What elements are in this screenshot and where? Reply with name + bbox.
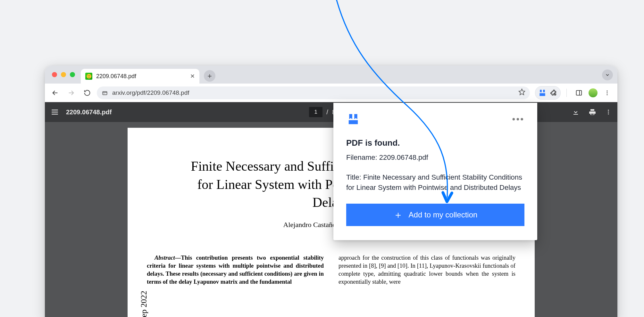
back-button[interactable] xyxy=(49,86,62,99)
outer-card: 🙂 2209.06748.pdf ✕ ＋ xyxy=(9,0,635,317)
arxiv-date-stamp: ep 2022 xyxy=(139,291,149,317)
pdf-page-sep: / xyxy=(326,109,328,116)
pdf-sidebar-toggle[interactable] xyxy=(51,108,59,116)
paper-col-left: Abstract—This contribution presents two … xyxy=(147,254,324,286)
reload-button[interactable] xyxy=(81,86,94,99)
tab-favicon: 🙂 xyxy=(85,73,92,80)
extensions-group xyxy=(535,86,561,100)
svg-point-17 xyxy=(608,113,609,114)
svg-point-8 xyxy=(606,90,607,91)
toolbar-divider xyxy=(566,89,567,97)
tab-close-button[interactable]: ✕ xyxy=(190,73,195,80)
window-maximize-button[interactable] xyxy=(70,72,75,77)
url-text: arxiv.org/pdf/2209.06748.pdf xyxy=(112,89,189,96)
popup-heading: PDF is found. xyxy=(346,138,524,148)
pdf-filename: 2209.06748.pdf xyxy=(66,109,112,116)
side-panel-icon[interactable] xyxy=(573,86,585,99)
window-minimize-button[interactable] xyxy=(61,72,66,77)
svg-point-10 xyxy=(606,94,607,95)
paper-body: Abstract—This contribution presents two … xyxy=(147,254,515,286)
browser-window: 🙂 2209.06748.pdf ✕ ＋ xyxy=(45,66,617,317)
pdf-right-controls xyxy=(572,108,612,116)
print-icon[interactable] xyxy=(589,108,596,116)
browser-toolbar: arxiv.org/pdf/2209.06748.pdf xyxy=(45,84,617,102)
new-tab-button[interactable]: ＋ xyxy=(204,70,215,82)
paper-col-right: approach for the construction of this cl… xyxy=(339,254,515,286)
forward-button[interactable] xyxy=(65,86,78,99)
extension-popup: ••• PDF is found. Filename: 2209.06748.p… xyxy=(333,103,537,240)
browser-tab[interactable]: 🙂 2209.06748.pdf ✕ xyxy=(81,69,199,84)
popup-menu-button[interactable]: ••• xyxy=(512,114,524,124)
tab-strip: 🙂 2209.06748.pdf ✕ ＋ xyxy=(45,66,617,84)
extension-logo-icon xyxy=(346,113,360,125)
site-info-icon[interactable] xyxy=(101,89,108,96)
add-to-collection-button[interactable]: ＋ Add to my collection xyxy=(346,204,524,226)
svg-rect-6 xyxy=(576,90,582,95)
collection-extension-icon[interactable] xyxy=(537,88,548,98)
popup-title-line: Title: Finite Necessary and Sufficient S… xyxy=(346,172,524,193)
pdf-menu-button[interactable] xyxy=(605,109,612,115)
extension-pill xyxy=(535,86,561,100)
plus-icon: ＋ xyxy=(393,210,403,220)
window-controls xyxy=(52,72,75,77)
popup-filename-line: Filename: 2209.06748.pdf xyxy=(346,152,524,163)
profile-avatar[interactable] xyxy=(589,88,598,97)
add-button-label: Add to my collection xyxy=(409,210,478,219)
download-icon[interactable] xyxy=(572,108,580,116)
tab-overflow-button[interactable] xyxy=(602,69,613,80)
bookmark-star-icon[interactable] xyxy=(518,88,525,97)
browser-menu-button[interactable] xyxy=(601,86,614,99)
svg-rect-2 xyxy=(103,91,107,94)
address-bar[interactable]: arxiv.org/pdf/2209.06748.pdf xyxy=(97,86,530,99)
pdf-current-page[interactable]: 1 xyxy=(309,107,322,117)
window-close-button[interactable] xyxy=(52,72,57,77)
svg-marker-5 xyxy=(519,89,525,95)
svg-point-16 xyxy=(608,111,609,112)
svg-point-9 xyxy=(606,92,607,93)
tab-title: 2209.06748.pdf xyxy=(96,73,136,80)
svg-point-15 xyxy=(608,110,609,111)
extensions-puzzle-icon[interactable] xyxy=(548,88,558,98)
